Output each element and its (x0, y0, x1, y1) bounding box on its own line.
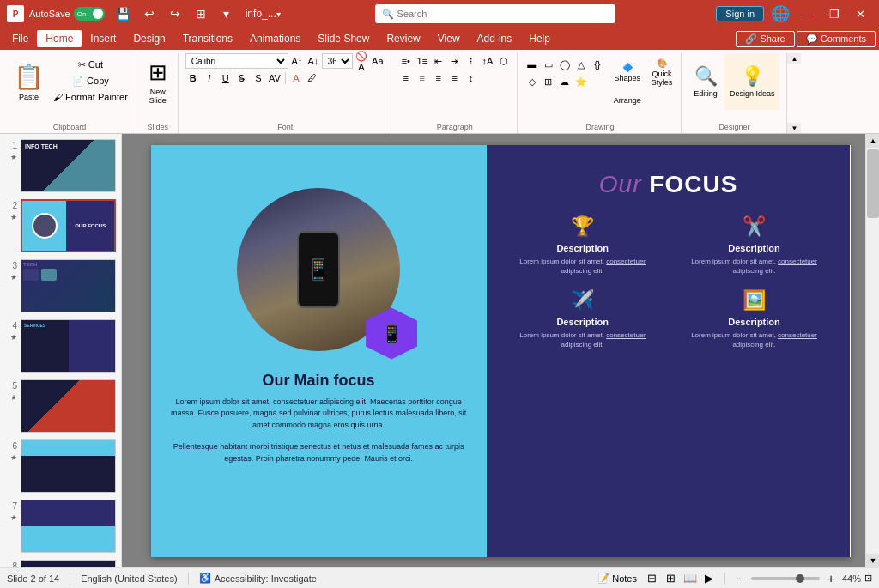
slide-thumb-8[interactable] (21, 560, 116, 567)
search-box[interactable]: 🔍 (375, 4, 615, 23)
numbering-button[interactable]: 1≡ (415, 53, 430, 69)
fit-slide-button[interactable]: ⊡ (864, 573, 872, 584)
slide-item-7[interactable]: 7 ★ (3, 498, 118, 555)
normal-view-button[interactable]: ⊟ (644, 570, 661, 587)
align-left-button[interactable]: ≡ (398, 70, 414, 86)
align-right-button[interactable]: ≡ (431, 70, 446, 86)
underline-button[interactable]: U (218, 70, 233, 86)
bold-button[interactable]: B (185, 70, 201, 86)
undo-button[interactable]: ↩ (137, 4, 161, 23)
slide-canvas[interactable]: 📱 📱 Our Main focus Lorem ipsum dolor sit… (151, 145, 851, 557)
search-input[interactable] (397, 9, 609, 19)
slide-thumb-3[interactable]: TECH (21, 259, 116, 312)
slide-item-4[interactable]: 4 ★ SERVICES (3, 318, 118, 374)
text-highlight-button[interactable]: 🖊 (305, 70, 320, 86)
shape-8[interactable]: ☁ (557, 74, 573, 89)
new-slide-button[interactable]: ⊞ NewSlide (143, 53, 173, 110)
slide-thumb-7[interactable] (21, 500, 116, 553)
shadow-button[interactable]: S (251, 70, 266, 86)
shape-3[interactable]: ◯ (557, 57, 573, 72)
text-direction-button[interactable]: ↕A (480, 53, 495, 69)
language-status[interactable]: English (United States) (81, 573, 178, 584)
arrange-button[interactable]: Arrange (610, 91, 645, 110)
shapes-button[interactable]: 🔷 Shapes (610, 53, 645, 91)
zoom-slider[interactable] (751, 577, 820, 580)
increase-indent-button[interactable]: ⇥ (447, 53, 463, 69)
accessibility-status[interactable]: ♿ Accessibility: Investigate (199, 573, 317, 584)
decrease-indent-button[interactable]: ⇤ (431, 53, 446, 69)
font-family-select[interactable]: Calibri (185, 53, 288, 69)
shape-7[interactable]: ⊞ (541, 74, 556, 89)
ribbon-scroll-up[interactable]: ▲ (787, 53, 801, 64)
shape-2[interactable]: ▭ (541, 57, 556, 72)
zoom-percent[interactable]: 44% (842, 573, 861, 584)
customize-button[interactable]: ⊞ (189, 4, 213, 23)
menu-slideshow[interactable]: Slide Show (309, 30, 378, 47)
format-painter-button[interactable]: 🖌 Format Painter (51, 89, 130, 105)
menu-help[interactable]: Help (520, 30, 559, 47)
slide-thumb-2[interactable]: OUR FOCUS (21, 199, 116, 252)
slide-item-8[interactable]: 8 ★ (3, 558, 118, 567)
clear-format-button[interactable]: 🚫A (354, 53, 369, 69)
slide-thumb-6[interactable] (21, 439, 116, 493)
slide-thumb-4[interactable]: SERVICES (21, 319, 116, 373)
autosave-toggle[interactable]: On (74, 7, 105, 21)
help-globe-icon[interactable]: 🌐 (771, 4, 790, 23)
paste-button[interactable]: 📋 Paste (9, 53, 49, 110)
columns-button[interactable]: ⫶ (464, 53, 479, 69)
menu-view[interactable]: View (429, 30, 469, 47)
menu-insert[interactable]: Insert (82, 30, 124, 47)
comments-button[interactable]: 💬 Comments (797, 31, 876, 47)
close-button[interactable]: ✕ (848, 4, 872, 23)
slide-sorter-button[interactable]: ⊞ (663, 570, 680, 587)
shape-1[interactable]: ▬ (524, 57, 540, 72)
char-spacing-button[interactable]: AV (267, 70, 282, 86)
font-grow-button[interactable]: A↑ (289, 53, 305, 69)
scroll-up-button[interactable]: ▲ (866, 134, 879, 148)
menu-transitions[interactable]: Transitions (174, 30, 241, 47)
restore-button[interactable]: ❐ (822, 4, 846, 23)
slide-item-1[interactable]: 1 ★ INFO TECH (3, 137, 118, 194)
save-button[interactable]: 💾 (112, 4, 136, 23)
justify-button[interactable]: ≡ (447, 70, 463, 86)
change-case-button[interactable]: Aa (370, 53, 385, 69)
share-button[interactable]: 🔗 Share (736, 31, 794, 47)
bullets-button[interactable]: ≡• (398, 53, 414, 69)
line-spacing-button[interactable]: ↕ (464, 70, 479, 86)
reading-view-button[interactable]: 📖 (682, 570, 699, 587)
notes-button[interactable]: 📝 Notes (597, 573, 637, 584)
slide-item-6[interactable]: 6 ★ (3, 438, 118, 494)
align-center-button[interactable]: ≡ (415, 70, 430, 86)
strikethrough-button[interactable]: S̶ (234, 70, 250, 86)
convert-to-smartart[interactable]: ⬡ (496, 53, 512, 69)
signin-button[interactable]: Sign in (716, 6, 764, 21)
more-button[interactable]: ▾ (215, 4, 239, 23)
shape-4[interactable]: △ (573, 57, 589, 72)
design-ideas-button[interactable]: 💡 Design Ideas (724, 53, 780, 110)
zoom-in-button[interactable]: + (823, 571, 839, 586)
file-dropdown[interactable]: ▾ (276, 9, 281, 19)
shape-9[interactable]: ⭐ (573, 74, 589, 89)
font-color-button[interactable]: A (288, 70, 304, 86)
menu-animations[interactable]: Animations (241, 30, 309, 47)
copy-button[interactable]: 📄 Copy (51, 73, 130, 88)
ribbon-scroll-down[interactable]: ▼ (787, 123, 801, 133)
shape-5[interactable]: {} (590, 57, 605, 72)
menu-addins[interactable]: Add-ins (469, 30, 521, 47)
font-shrink-button[interactable]: A↓ (306, 53, 321, 69)
italic-button[interactable]: I (202, 70, 217, 86)
scroll-down-button[interactable]: ▼ (866, 554, 879, 567)
zoom-out-button[interactable]: − (732, 571, 748, 586)
font-size-select[interactable]: 36 (322, 53, 353, 69)
scroll-thumb[interactable] (867, 149, 879, 218)
minimize-button[interactable]: — (797, 4, 821, 23)
shape-6[interactable]: ◇ (524, 74, 540, 89)
menu-design[interactable]: Design (124, 30, 173, 47)
menu-home[interactable]: Home (37, 30, 82, 47)
quick-styles-button[interactable]: 🎨 QuickStyles (648, 53, 676, 91)
cut-button[interactable]: ✂ Cut (51, 57, 130, 72)
menu-file[interactable]: File (3, 30, 37, 47)
slideshow-button[interactable]: ▶ (700, 570, 718, 587)
menu-review[interactable]: Review (378, 30, 428, 47)
slide-thumb-5[interactable] (21, 379, 116, 433)
